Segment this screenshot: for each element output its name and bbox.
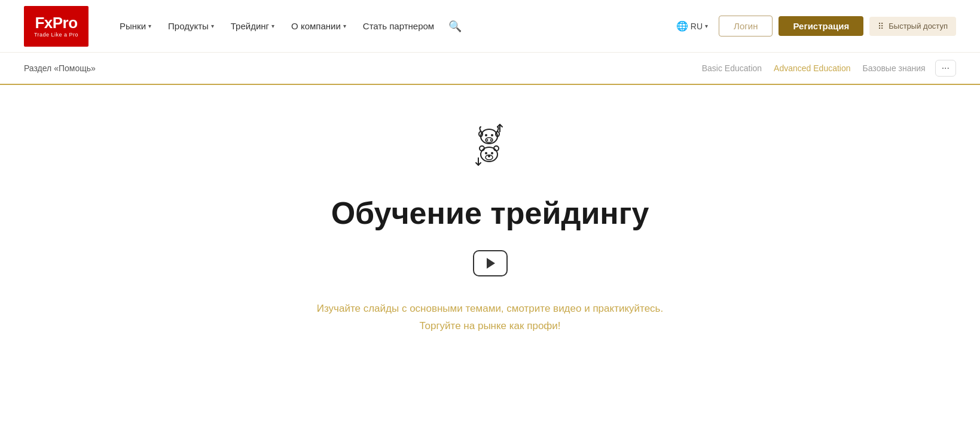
chevron-down-icon: ▾ [271,23,274,29]
search-icon[interactable]: 🔍 [444,15,466,38]
nav-item-markets[interactable]: Рынки ▾ [112,16,158,36]
breadcrumb-section: Раздел «Помощь» [24,63,697,73]
play-icon [487,258,495,269]
logo[interactable]: FxPro Trade Like a Pro [24,6,88,47]
breadcrumb-link-basic-ru[interactable]: Базовые знания [858,61,930,75]
chevron-down-icon: ▾ [343,23,346,29]
register-button[interactable]: Регистрация [778,16,863,36]
logo-brand: FxPro [35,15,77,31]
quick-access-button[interactable]: ⠿ Быстрый доступ [869,17,956,36]
language-selector[interactable]: 🌐 RU ▾ [671,17,713,35]
page-title: Обучение трейдингу [331,195,649,231]
breadcrumb-link-basic[interactable]: Basic Education [697,61,767,75]
play-button-wrapper [473,250,508,276]
main-nav: Рынки ▾ Продукты ▾ Трейдинг ▾ О компании… [112,15,671,38]
chevron-down-icon: ▾ [148,23,151,29]
nav-label-company: О компании [291,21,341,31]
svg-point-15 [488,155,490,157]
svg-point-8 [490,139,491,141]
lang-label: RU [691,22,703,31]
nav-item-products[interactable]: Продукты ▾ [161,16,221,36]
svg-point-1 [481,129,497,144]
subtitle-line1: Изучайте слайды с основными темами, смот… [317,303,663,314]
quick-access-label: Быстрый доступ [889,22,948,31]
subtitle: Изучайте слайды с основными темами, смот… [317,300,663,335]
breadcrumb-bar: Раздел «Помощь» Basic Education Advanced… [0,53,980,85]
svg-point-12 [485,152,487,154]
nav-label-trading: Трейдинг [231,21,269,31]
breadcrumb-more-button[interactable]: ··· [935,60,956,77]
nav-label-partner: Стать партнером [363,21,434,31]
trading-icon [466,121,514,171]
breadcrumb-link-advanced[interactable]: Advanced Education [769,61,855,75]
bull-bear-icon [466,121,514,169]
svg-point-13 [491,152,493,154]
grid-icon: ⠿ [878,22,884,31]
nav-label-products: Продукты [168,21,209,31]
nav-item-trading[interactable]: Трейдинг ▾ [224,16,282,36]
header: FxPro Trade Like a Pro Рынки ▾ Продукты … [0,0,980,53]
nav-item-partner[interactable]: Стать партнером [356,16,441,36]
chevron-down-icon: ▾ [705,23,708,29]
svg-point-7 [486,139,488,141]
nav-item-company[interactable]: О компании ▾ [284,16,353,36]
header-right: 🌐 RU ▾ Логин Регистрация ⠿ Быстрый досту… [671,16,956,37]
login-button[interactable]: Логин [719,16,773,37]
globe-icon: 🌐 [676,20,688,32]
svg-point-5 [491,134,493,136]
breadcrumb-nav: Basic Education Advanced Education Базов… [697,60,956,77]
chevron-down-icon: ▾ [211,23,214,29]
subtitle-line2: Торгуйте на рынке как профи! [419,320,560,331]
play-button[interactable] [473,250,508,276]
svg-point-4 [485,134,487,136]
nav-label-markets: Рынки [120,21,146,31]
logo-tagline: Trade Like a Pro [34,32,78,38]
main-content: Обучение трейдингу Изучайте слайды с осн… [0,85,980,383]
